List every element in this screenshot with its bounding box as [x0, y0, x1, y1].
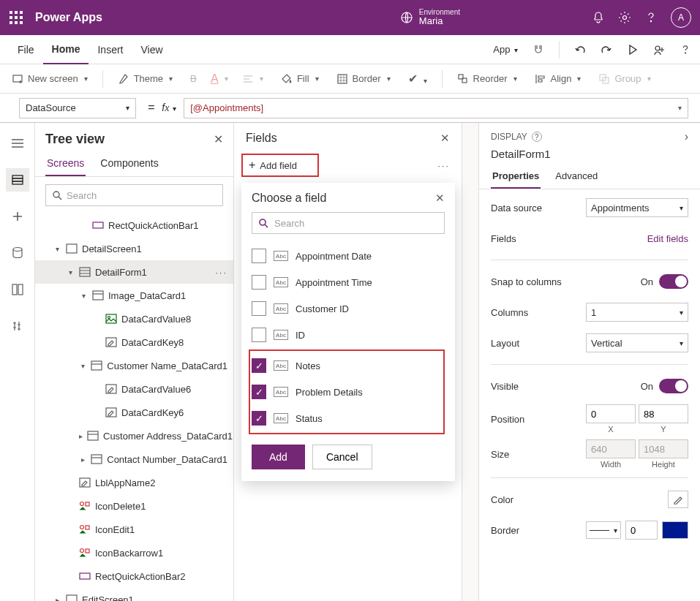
info-icon[interactable]: ? [532, 132, 542, 142]
tree-item[interactable]: DataCardValue8 [35, 307, 233, 330]
color-picker[interactable] [668, 491, 688, 508]
border-style-select[interactable]: ▾ [586, 521, 621, 539]
tree-item[interactable]: LblAppName2 [35, 471, 233, 494]
close-icon[interactable]: ✕ [435, 192, 445, 205]
tab-advanced[interactable]: Advanced [554, 166, 599, 189]
tree-item[interactable]: ▾DetailScreen1 [35, 237, 233, 260]
close-icon[interactable]: ✕ [440, 132, 450, 145]
formula-input[interactable]: [@Appointments] ▾ [184, 98, 688, 118]
tree-item[interactable]: ▾DetailForm1··· [35, 260, 233, 284]
gear-icon[interactable] [618, 11, 631, 24]
fill-button[interactable]: Fill▾ [275, 64, 325, 93]
cancel-button[interactable]: Cancel [312, 445, 372, 469]
more-icon[interactable]: ··· [437, 160, 450, 171]
menu-view[interactable]: View [132, 35, 171, 64]
add-button[interactable]: Add [252, 445, 305, 469]
size-width-input[interactable] [586, 439, 636, 458]
tree-item[interactable]: DataCardKey6 [35, 401, 233, 424]
rail-insert[interactable] [6, 205, 29, 228]
more-button[interactable]: ✔▾ [402, 64, 433, 93]
align-button[interactable]: Align▾ [529, 64, 587, 93]
menu-file[interactable]: File [9, 35, 43, 64]
data-source-select[interactable]: Appointments▾ [586, 198, 688, 217]
field-option[interactable]: ✓AbcProblem Details [252, 379, 417, 405]
tab-properties[interactable]: Properties [491, 166, 541, 189]
rail-tree-view[interactable] [6, 168, 29, 192]
tree-item[interactable]: DataCardValue6 [35, 377, 233, 401]
svg-rect-46 [80, 573, 90, 579]
checkbox[interactable]: ✓ [252, 385, 266, 399]
chevron-right-icon[interactable]: › [685, 130, 688, 143]
checkbox[interactable] [252, 301, 266, 316]
field-option[interactable]: AbcCustomer ID [252, 295, 445, 322]
position-y-input[interactable] [639, 404, 688, 423]
share-icon[interactable] [653, 44, 665, 56]
undo-icon[interactable] [574, 44, 586, 56]
tree-item[interactable]: DataCardKey8 [35, 330, 233, 354]
tree-item[interactable]: ▸EditScreen1 [35, 588, 233, 601]
field-option[interactable]: AbcID [252, 322, 445, 348]
close-icon[interactable]: ✕ [214, 132, 223, 146]
field-option[interactable]: AbcAppointment Date [252, 243, 445, 269]
position-label: Position [491, 414, 524, 425]
checkbox[interactable] [252, 249, 266, 263]
tab-screens[interactable]: Screens [45, 153, 86, 176]
tree-item[interactable]: IconDelete1 [35, 494, 233, 518]
theme-button[interactable]: Theme▾ [112, 64, 178, 93]
reorder-button[interactable]: Reorder▾ [451, 64, 523, 93]
app-checker-icon[interactable] [532, 44, 544, 56]
tree-item[interactable]: IconBackarrow1 [35, 541, 233, 564]
tree-item[interactable]: ▸Contact Number_DataCard1 [35, 447, 233, 471]
rail-data[interactable] [6, 241, 29, 265]
rail-media[interactable] [6, 278, 29, 301]
checkbox[interactable] [252, 328, 266, 342]
visible-toggle[interactable] [659, 379, 688, 393]
menu-insert[interactable]: Insert [89, 35, 132, 64]
checkbox[interactable] [252, 275, 266, 290]
environment-picker[interactable]: Environment Maria [400, 8, 460, 26]
field-option[interactable]: ✓AbcStatus [252, 405, 417, 431]
tree-item[interactable]: IconEdit1 [35, 518, 233, 541]
help-icon[interactable] [644, 11, 658, 24]
choose-search-input[interactable]: Search [252, 212, 445, 234]
layout-select[interactable]: Vertical▾ [586, 333, 688, 352]
snap-to-columns-toggle[interactable] [659, 274, 688, 289]
add-field-button[interactable]: + Add field [244, 156, 301, 174]
tree-item[interactable]: ▸Customer Address_DataCard1 [35, 424, 233, 447]
menu-home[interactable]: Home [43, 35, 89, 64]
tree-item[interactable]: RectQuickActionBar1 [35, 213, 233, 237]
property-selector[interactable]: DataSource▾ [19, 98, 136, 118]
app-dropdown[interactable]: App ▾ [493, 44, 518, 55]
help-icon[interactable] [680, 44, 691, 56]
tree-item-label: IconDelete1 [95, 501, 146, 512]
left-rail [0, 123, 35, 601]
rail-advanced-tools[interactable] [6, 314, 29, 338]
avatar[interactable]: A [671, 7, 691, 28]
border-width-input[interactable] [625, 521, 658, 540]
checkbox[interactable]: ✓ [252, 358, 266, 373]
field-option[interactable]: ✓AbcNotes [252, 352, 417, 379]
data-source-label: Data source [491, 203, 542, 213]
size-height-input[interactable] [639, 439, 688, 458]
new-screen-button[interactable]: New screen▾ [6, 64, 94, 93]
tree-item[interactable]: RectQuickActionBar2 [35, 564, 233, 588]
waffle-icon[interactable] [9, 10, 23, 25]
position-x-input[interactable] [586, 404, 636, 423]
rail-hamburger[interactable] [6, 132, 29, 155]
redo-icon[interactable] [601, 44, 612, 56]
columns-select[interactable]: 1▾ [586, 303, 688, 322]
tab-components[interactable]: Components [99, 153, 159, 176]
play-icon[interactable] [627, 44, 639, 56]
svg-point-11 [650, 20, 651, 21]
bell-icon[interactable] [592, 11, 605, 24]
tree-item[interactable]: ▾Image_DataCard1 [35, 284, 233, 307]
edit-fields-link[interactable]: Edit fields [647, 233, 688, 244]
tree-search-input[interactable]: Search [45, 184, 223, 206]
border-color-picker[interactable] [662, 521, 688, 539]
checkbox[interactable]: ✓ [252, 411, 266, 426]
more-icon[interactable]: ··· [215, 267, 227, 278]
theme-icon [118, 73, 129, 85]
border-button[interactable]: Border▾ [331, 64, 396, 93]
field-option[interactable]: AbcAppointment Time [252, 269, 445, 295]
tree-item[interactable]: ▾Customer Name_DataCard1 [35, 354, 233, 377]
